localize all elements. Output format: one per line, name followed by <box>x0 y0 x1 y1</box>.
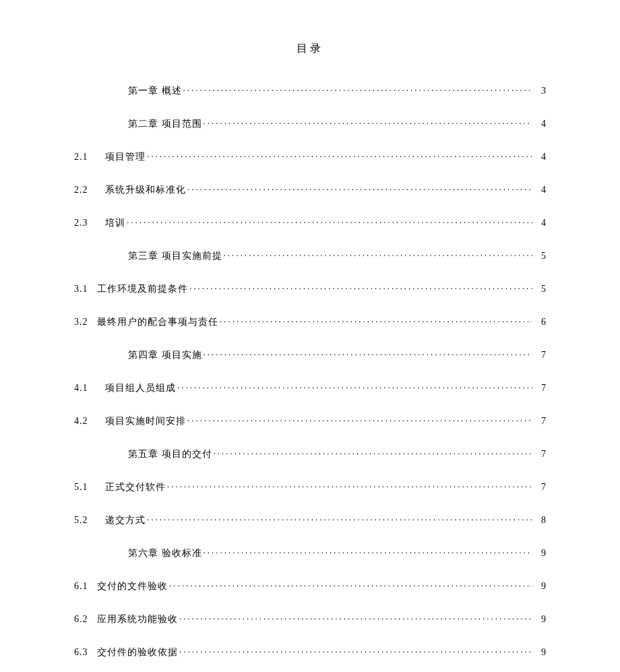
toc-sub-row: 6.2应用系统功能验收9 <box>74 613 546 625</box>
toc-leader-dots <box>189 282 532 292</box>
toc-leader-dots <box>147 514 532 523</box>
toc-entry-page: 7 <box>534 383 546 394</box>
toc-leader-dots <box>204 117 533 127</box>
toc-entry-number: 6.3 <box>74 647 97 658</box>
toc-entry-page: 9 <box>534 581 546 592</box>
toc-leader-dots <box>179 646 532 655</box>
toc-leader-dots <box>167 481 532 490</box>
toc-leader-dots <box>204 348 533 358</box>
toc-chapter-row: 第五章 项目的交付7 <box>128 448 546 460</box>
toc-entry-label: 第三章 项目实施前提 <box>128 250 222 262</box>
toc-sub-row: 6.1交付的文件验收9 <box>74 580 546 592</box>
toc-leader-dots <box>224 249 533 259</box>
toc-entry-number: 4.2 <box>74 416 105 427</box>
toc-leader-dots <box>179 613 532 622</box>
toc-entry-number: 3.1 <box>74 284 97 295</box>
toc-sub-row: 6.3交付件的验收依据9 <box>74 646 546 659</box>
toc-chapter-row: 第六章 验收标准9 <box>128 547 546 559</box>
toc-entry-label: 交付件的验收依据 <box>97 646 178 659</box>
toc-leader-dots <box>214 448 533 457</box>
toc-sub-row: 4.1项目组人员组成 7 <box>74 381 546 394</box>
toc-list: 第一章 概述3第二章 项目范围42.1项目管理 42.2系统升级和标准化 42.… <box>74 84 546 672</box>
toc-entry-page: 9 <box>534 614 546 625</box>
toc-entry-label: 系统升级和标准化 <box>105 184 186 196</box>
toc-entry-label: 第四章 项目实施 <box>128 349 202 361</box>
toc-title: 目录 <box>74 42 546 56</box>
toc-entry-page: 7 <box>534 350 546 361</box>
toc-entry-label: 递交方式 <box>105 514 146 526</box>
toc-entry-page: 4 <box>534 185 546 195</box>
toc-sub-row: 3.1工作环境及前提条件 5 <box>74 282 546 295</box>
toc-sub-row: 3.2最终用户的配合事项与责任 6 <box>74 315 546 328</box>
toc-entry-page: 5 <box>534 251 546 262</box>
toc-entry-page: 5 <box>534 284 546 295</box>
toc-entry-page: 4 <box>534 152 546 162</box>
toc-leader-dots <box>183 84 533 94</box>
toc-entry-label: 项目管理 <box>105 151 146 163</box>
toc-entry-page: 8 <box>534 515 546 526</box>
toc-entry-number: 3.2 <box>74 317 97 328</box>
toc-entry-page: 4 <box>534 218 546 228</box>
toc-sub-row: 4.2项目实施时间安排 7 <box>74 415 546 427</box>
toc-sub-row: 5.2递交方式 8 <box>74 514 546 526</box>
toc-leader-dots <box>187 415 532 424</box>
toc-entry-page: 3 <box>534 86 546 96</box>
toc-entry-label: 第六章 验收标准 <box>128 547 202 559</box>
toc-entry-label: 正式交付软件 <box>105 481 166 493</box>
toc-leader-dots <box>177 381 532 391</box>
toc-leader-dots <box>187 183 532 193</box>
toc-entry-page: 7 <box>534 416 546 427</box>
toc-entry-label: 项目实施时间安排 <box>105 415 186 427</box>
toc-entry-number: 5.2 <box>74 515 105 526</box>
toc-entry-label: 最终用户的配合事项与责任 <box>97 316 218 328</box>
toc-entry-number: 5.1 <box>74 482 105 493</box>
toc-entry-label: 第一章 概述 <box>128 85 182 97</box>
toc-entry-number: 4.1 <box>74 383 105 394</box>
toc-entry-label: 第二章 项目范围 <box>128 118 202 130</box>
toc-entry-label: 培训 <box>105 217 125 229</box>
toc-entry-page: 6 <box>534 317 546 328</box>
toc-entry-number: 2.1 <box>74 152 105 162</box>
toc-entry-label: 项目组人员组成 <box>105 382 176 394</box>
toc-leader-dots <box>220 315 532 325</box>
toc-entry-number: 2.3 <box>74 218 105 228</box>
toc-chapter-row: 第二章 项目范围4 <box>128 117 546 130</box>
toc-sub-row: 2.1项目管理 4 <box>74 150 546 163</box>
toc-leader-dots <box>147 150 532 160</box>
toc-chapter-row: 第四章 项目实施7 <box>128 348 546 361</box>
toc-entry-label: 第五章 项目的交付 <box>128 448 212 460</box>
toc-chapter-row: 第一章 概述3 <box>128 84 546 97</box>
toc-leader-dots <box>127 216 532 226</box>
toc-entry-page: 7 <box>534 482 546 493</box>
toc-entry-page: 7 <box>534 449 546 460</box>
toc-chapter-row: 第三章 项目实施前提5 <box>128 249 546 262</box>
toc-entry-label: 交付的文件验收 <box>97 580 168 592</box>
toc-entry-page: 9 <box>534 548 546 559</box>
toc-entry-number: 6.1 <box>74 581 97 592</box>
document-page: 目录 第一章 概述3第二章 项目范围42.1项目管理 42.2系统升级和标准化 … <box>0 0 620 672</box>
toc-entry-label: 应用系统功能验收 <box>97 613 178 625</box>
toc-sub-row: 2.3培训 4 <box>74 216 546 229</box>
toc-leader-dots <box>204 547 533 556</box>
toc-leader-dots <box>169 580 532 589</box>
toc-entry-number: 2.2 <box>74 185 105 195</box>
toc-entry-label: 工作环境及前提条件 <box>97 283 188 295</box>
toc-entry-page: 4 <box>534 119 546 129</box>
toc-sub-row: 5.1正式交付软件 7 <box>74 481 546 493</box>
toc-entry-number: 6.2 <box>74 614 97 625</box>
toc-entry-page: 9 <box>534 647 546 658</box>
toc-sub-row: 2.2系统升级和标准化 4 <box>74 183 546 196</box>
